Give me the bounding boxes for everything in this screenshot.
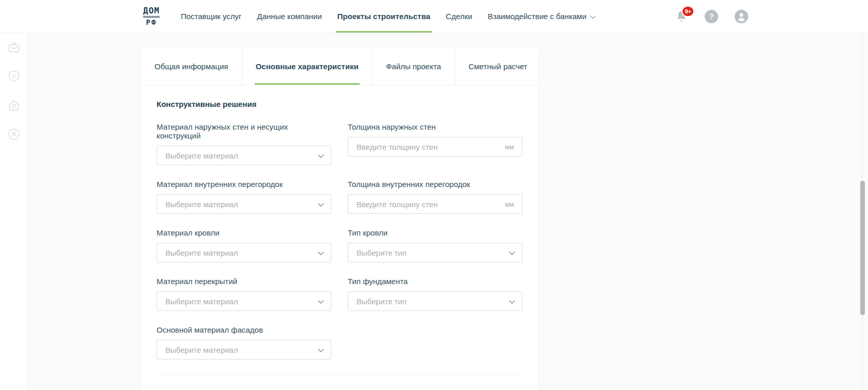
briefcase-icon[interactable] <box>7 40 21 55</box>
select-placeholder: Выберите материал <box>165 248 238 257</box>
project-characteristics-card: Общая информация Основные характеристики… <box>141 48 538 390</box>
nav-item-label: Данные компании <box>257 12 322 21</box>
select-placeholder: Выберите тип <box>357 248 407 257</box>
nav-item-bank-interaction[interactable]: Взаимодействие с банками <box>480 0 603 33</box>
chevron-down-icon <box>590 12 596 21</box>
field-label: Материал кровли <box>157 228 331 237</box>
nav-item-label: Сделки <box>446 12 472 21</box>
outer-walls-material-select[interactable]: Выберите материал <box>157 146 331 165</box>
person-circle-icon[interactable] <box>7 127 21 142</box>
form-row: Материал кровли Выберите материал Тип кр… <box>157 228 523 262</box>
help-icon[interactable]: ? <box>705 10 718 23</box>
form-row: Материал перекрытий Выберите материал Ти… <box>157 277 523 311</box>
tab-project-files[interactable]: Файлы проекта <box>372 48 455 85</box>
logo-text-bottom: РФ <box>143 18 160 26</box>
select-placeholder: Выберите тип <box>357 297 407 306</box>
field-foundation-type: Тип фундамента Выберите тип <box>348 277 522 311</box>
top-header: ДОМ РФ Поставщик услуг Данные компании П… <box>0 0 868 33</box>
tab-main-characteristics[interactable]: Основные характеристики <box>242 48 372 85</box>
nav-item-deals[interactable]: Сделки <box>438 0 480 33</box>
notification-count-badge: 9+ <box>681 6 694 17</box>
field-label: Толщина наружных стен <box>348 122 522 131</box>
tab-label: Основные характеристики <box>256 62 359 71</box>
nav-item-label: Поставщик услуг <box>181 12 242 21</box>
field-label: Материал наружных стен и несущих констру… <box>157 122 331 140</box>
field-facade-material: Основной материал фасадов Выберите матер… <box>157 325 331 360</box>
roof-material-select[interactable]: Выберите материал <box>157 243 331 262</box>
nav-item-company-data[interactable]: Данные компании <box>250 0 330 33</box>
select-placeholder: Выберите материал <box>165 297 238 306</box>
tab-content: Конструктивные решения Материал наружных… <box>141 85 538 375</box>
field-floors-material: Материал перекрытий Выберите материал <box>157 277 331 311</box>
field-outer-walls-material: Материал наружных стен и несущих констру… <box>157 122 331 165</box>
logo-text-top: ДОМ <box>143 7 160 18</box>
field-label: Тип кровли <box>348 228 522 237</box>
project-tabs: Общая информация Основные характеристики… <box>141 48 538 85</box>
select-placeholder: Выберите материал <box>165 200 238 209</box>
nav-item-construction-projects[interactable]: Проекты строительства <box>330 0 438 33</box>
facade-material-select[interactable]: Выберите материал <box>157 340 331 360</box>
header-icons: 9+ ? <box>675 0 748 33</box>
tab-general-info[interactable]: Общая информация <box>141 48 242 85</box>
inner-partitions-material-select[interactable]: Выберите материал <box>157 194 331 214</box>
house-heart-icon[interactable] <box>7 98 21 113</box>
foundation-type-select[interactable]: Выберите тип <box>348 291 522 311</box>
form-row: Материал наружных стен и несущих констру… <box>157 122 523 165</box>
field-label: Основной материал фасадов <box>157 325 331 334</box>
notifications-bell-icon[interactable]: 9+ <box>675 10 688 23</box>
inner-partitions-thickness-input[interactable] <box>348 194 522 214</box>
nav-item-label: Проекты строительства <box>337 12 430 21</box>
section-title: Конструктивные решения <box>157 100 523 108</box>
help-glyph: ? <box>705 10 718 23</box>
left-icon-rail <box>0 33 28 390</box>
field-label: Толщина внутренних перегородок <box>348 180 522 189</box>
field-roof-material: Материал кровли Выберите материал <box>157 228 331 262</box>
page-scrollbar-thumb[interactable] <box>860 181 865 315</box>
roof-type-select[interactable]: Выберите тип <box>348 243 522 262</box>
tab-label: Сметный расчет <box>469 62 528 71</box>
shield-icon[interactable] <box>7 69 21 84</box>
nav-item-service-provider[interactable]: Поставщик услуг <box>173 0 250 33</box>
tab-label: Файлы проекта <box>386 62 441 71</box>
user-avatar[interactable] <box>735 10 748 23</box>
field-outer-walls-thickness: Толщина наружных стен мм <box>348 122 522 165</box>
form-row: Основной материал фасадов Выберите матер… <box>157 325 523 360</box>
select-placeholder: Выберите материал <box>165 346 238 354</box>
form-row: Материал внутренних перегородок Выберите… <box>157 180 523 214</box>
section-divider <box>157 374 523 375</box>
domrf-logo[interactable]: ДОМ РФ <box>143 7 160 26</box>
field-inner-partitions-thickness: Толщина внутренних перегородок мм <box>348 180 522 214</box>
field-label: Материал перекрытий <box>157 277 331 286</box>
floors-material-select[interactable]: Выберите материал <box>157 291 331 311</box>
field-roof-type: Тип кровли Выберите тип <box>348 228 522 262</box>
tab-estimate-calculation[interactable]: Сметный расчет <box>455 48 538 85</box>
nav-item-label: Взаимодействие с банками <box>488 12 586 21</box>
field-inner-partitions-material: Материал внутренних перегородок Выберите… <box>157 180 331 214</box>
field-label: Тип фундамента <box>348 277 522 286</box>
select-placeholder: Выберите материал <box>165 151 238 160</box>
outer-walls-thickness-input[interactable] <box>348 137 522 157</box>
tab-label: Общая информация <box>154 62 228 71</box>
field-label: Материал внутренних перегородок <box>157 180 331 189</box>
main-nav: Поставщик услуг Данные компании Проекты … <box>173 0 603 33</box>
